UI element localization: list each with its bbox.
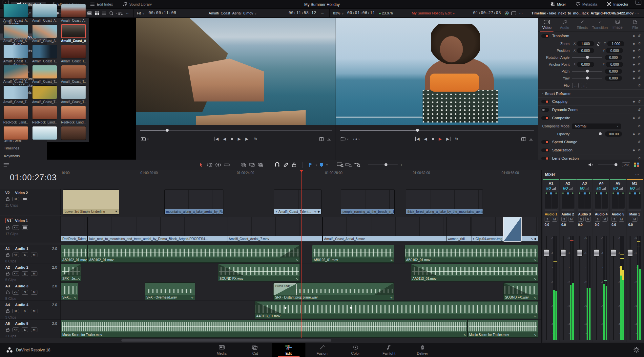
track-mute-button[interactable]: M [31, 327, 37, 332]
rotation-slider[interactable] [572, 57, 602, 58]
track-mute-button[interactable]: M [31, 253, 37, 257]
tab-audio[interactable]: Audio [556, 19, 573, 32]
timeline-clip-audio[interactable]: AA0113_01.mov∿ [411, 264, 538, 281]
track-header-v2[interactable]: V2Video 2<>11 Clips [0, 189, 61, 215]
search-icon[interactable] [108, 10, 114, 16]
media-clip[interactable]: Amalfi_Coast_A... [32, 4, 58, 22]
zoom-full-extent-tool[interactable] [353, 161, 362, 168]
strip-mute-button[interactable]: M [552, 217, 557, 222]
bin-section-keywords[interactable]: Keywords [0, 152, 47, 160]
composite-section[interactable]: Composite ◆ ↺ [538, 114, 644, 122]
timeline-clip-video[interactable]: people_running_at_the_beach_in_brig... [341, 190, 395, 214]
track-badge[interactable]: A4 [5, 303, 15, 307]
mixer-strip-a2[interactable]: A2EQAudio 2SM0.0-5-10-15-20-30-40-50 [560, 179, 576, 342]
track-solo-button[interactable]: S [22, 309, 28, 313]
clip-automation-point[interactable] [350, 307, 352, 309]
flip-vertical-button[interactable]: ↕ [581, 83, 587, 88]
cropping-reset-icon[interactable]: ↺ [638, 100, 641, 104]
strip-mute-button[interactable]: M [632, 217, 637, 222]
composite-mode-dropdown[interactable]: Normalv [572, 123, 621, 129]
fader-handle[interactable] [611, 249, 616, 257]
eq-button[interactable]: EQ [546, 187, 551, 190]
anchor-y-field[interactable]: 0.000 [606, 62, 623, 67]
strip-solo-button[interactable]: S [595, 217, 600, 222]
audio-monitor-icon[interactable] [587, 161, 595, 168]
color-page-shortcut-icon[interactable] [504, 10, 509, 16]
audio-lane-a4[interactable]: AA0113_01.mov∿ [61, 301, 541, 320]
zoom-to-selection-tool[interactable] [344, 161, 353, 168]
timeline-scrubber[interactable] [340, 129, 534, 132]
zoom-keyframe-icon[interactable]: ◆ [633, 42, 635, 45]
media-clip[interactable]: Amalfi_Coast_T... [32, 85, 58, 104]
speed-change-reset-icon[interactable]: ↺ [638, 140, 641, 144]
track-enable-icon[interactable] [22, 197, 28, 201]
linked-selection-tool[interactable] [281, 161, 290, 168]
track-solo-button[interactable]: S [22, 271, 28, 276]
page-color[interactable]: Color [339, 343, 372, 357]
timeline-clip-audio[interactable]: SFX...∿ [61, 282, 78, 300]
zoom-x-field[interactable]: 1.000 [577, 41, 594, 46]
transform-toggle[interactable] [541, 34, 549, 38]
clip-automation-point[interactable] [284, 307, 286, 309]
media-clip[interactable] [3, 126, 30, 140]
pitch-field[interactable]: 0.000 [605, 69, 622, 74]
strip-solo-button[interactable]: S [612, 217, 617, 222]
timeline-play-button[interactable]: ▶ [439, 137, 442, 141]
strip-eq-row[interactable]: EQ [630, 186, 639, 190]
timeline-stop-button[interactable]: ■ [432, 137, 434, 141]
zoom-y-field[interactable]: 1.000 [607, 41, 624, 46]
strip-solo-button[interactable]: S [561, 217, 567, 222]
timeline-zoom-slider[interactable] [368, 165, 398, 165]
strip-eq-row[interactable]: EQ [580, 186, 589, 190]
timeline-clip-video[interactable]: mountains_along_a_lake_aerial_by_Roma... [164, 190, 223, 214]
eq-button[interactable]: EQ [630, 187, 634, 190]
video-lane-v1[interactable]: RedRock_Talent_3...lake_next_to_mountain… [61, 216, 541, 242]
mixer-strip-a3[interactable]: A3EQAudio 3SM0.0-5-10-15-20-30-40-50 [576, 179, 592, 342]
snapping-tool[interactable] [273, 161, 281, 168]
transform-section-header[interactable]: Transform ◆ ↺ [538, 32, 644, 40]
timeline-horizontal-scrollbar[interactable] [121, 339, 331, 342]
media-clip[interactable]: Amalfi_Coast_T... [61, 45, 87, 63]
clip-fade-out[interactable] [374, 283, 394, 295]
timeline-clip-audio[interactable]: Music Score for Trailer.mov∿ [61, 320, 467, 338]
timeline-clip-audio[interactable]: SFX - Overhead.wav∿ [145, 282, 195, 300]
strip-eq-row[interactable]: EQ [546, 186, 555, 190]
clip-transition[interactable] [503, 217, 522, 242]
track-badge[interactable]: A1 [5, 247, 15, 251]
page-cut[interactable]: Cut [239, 343, 272, 357]
track-header-a3[interactable]: A3Audio 32.0<>SM5 Clips [0, 282, 61, 301]
strip-eq-row[interactable]: EQ [613, 186, 622, 190]
page-media[interactable]: Media [205, 343, 239, 357]
speed-change-section[interactable]: Speed Change ↺ [538, 138, 644, 146]
panel-toggle-right-icon[interactable]: v [635, 0, 641, 5]
smart-reframe-section[interactable]: › Smart Reframe [538, 89, 644, 98]
timeline-clip-audio[interactable]: AB0102_01.mov∿ [312, 245, 394, 263]
track-lock-icon[interactable] [5, 271, 10, 276]
source-fit-select[interactable]: Fit v [137, 11, 144, 15]
media-clip[interactable]: Amalfi_Coast_A... [3, 4, 30, 22]
page-edit[interactable]: Edit [272, 343, 305, 357]
anchor-keyframe-icon[interactable]: ◆ [633, 63, 635, 66]
strip-mute-button[interactable]: M [569, 217, 574, 222]
tab-video[interactable]: Video [538, 19, 556, 32]
media-clip[interactable]: Amalfi_Coast_T... [61, 65, 87, 83]
timeline-list-icon[interactable] [2, 161, 10, 168]
track-mute-button[interactable]: M [31, 271, 37, 276]
position-x-field[interactable]: 0.000 [577, 48, 594, 53]
media-clip[interactable]: RedRock_Land... [61, 106, 87, 124]
opacity-reset-icon[interactable]: ↺ [638, 132, 641, 136]
source-play-reverse-button[interactable]: ◀ [223, 137, 226, 141]
monitor-volume-slider[interactable] [598, 165, 617, 165]
video-lane-v2[interactable]: Lower 3rd Simple Underline✷mountains_alo… [61, 189, 541, 215]
pitch-slider[interactable] [572, 71, 602, 72]
timeline-clip-video[interactable]: Amalfi_Coast_Aerial_7.mov [227, 217, 322, 242]
rotation-keyframe-icon[interactable]: ◆ [633, 56, 635, 59]
cinema-viewer-icon[interactable] [511, 10, 517, 16]
fader-handle[interactable] [577, 249, 583, 257]
position-lock-tool[interactable] [290, 161, 299, 168]
dynamic-trim-tool[interactable] [214, 161, 222, 168]
pan-handle[interactable] [617, 192, 619, 194]
media-clip[interactable]: Amalfi_Coast_T... [61, 85, 87, 104]
timeline-clip-audio[interactable]: AB0102_01.mov∿ [61, 245, 88, 263]
flip-reset-icon[interactable]: ↺ [638, 83, 641, 88]
